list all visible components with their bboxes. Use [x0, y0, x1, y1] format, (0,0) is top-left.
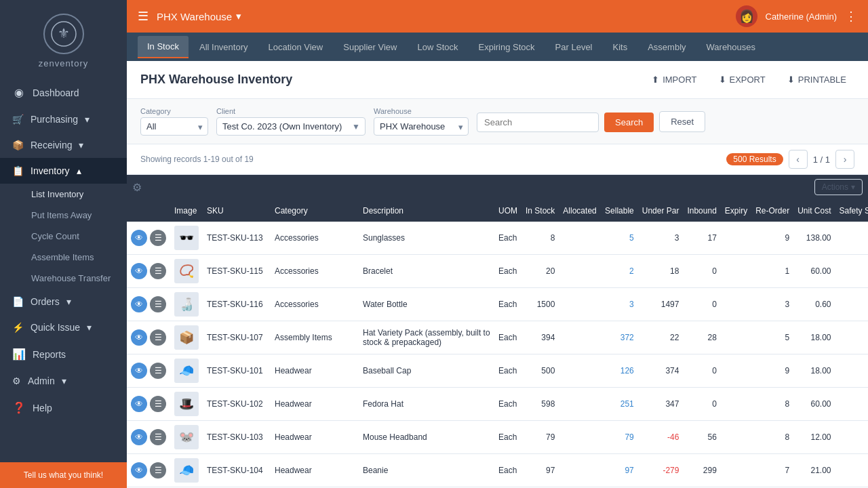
view-icon[interactable]: 👁	[131, 462, 147, 479]
tab-expiring-stock[interactable]: Expiring Stock	[469, 37, 544, 58]
list-icon[interactable]: ☰	[150, 296, 166, 312]
sidebar-item-quick-issue[interactable]: ⚡ Quick Issue ▾	[0, 314, 127, 340]
more-options-button[interactable]: ⋮	[845, 9, 857, 24]
view-icon[interactable]: 👁	[131, 329, 147, 346]
category-select[interactable]: All	[140, 117, 208, 136]
topbar: ☰ PHX Warehouse ▾ 👩 Catherine (Admin) ⋮	[127, 0, 868, 33]
actions-button[interactable]: Actions ▾	[814, 179, 863, 195]
sidebar-item-help[interactable]: ❓ Help	[0, 394, 127, 422]
search-button[interactable]: Search	[604, 113, 654, 132]
sidebar-item-orders[interactable]: 📄 Orders ▾	[0, 289, 127, 314]
view-icon[interactable]: 👁	[131, 363, 147, 379]
sellable-link[interactable]: 2	[629, 266, 634, 276]
list-icon[interactable]: ☰	[150, 396, 166, 412]
row-safety-stock-cell: 0	[835, 388, 868, 421]
printable-button[interactable]: ⬇ PRINTABLE	[779, 70, 854, 89]
row-actions-cell: 👁 ☰	[127, 454, 170, 487]
gear-icon[interactable]: ⚙	[132, 181, 142, 194]
row-image-cell: 📿	[170, 255, 203, 288]
row-sku-cell: TEST-SKU-104	[203, 454, 271, 487]
sidebar-item-purchasing[interactable]: 🛒 Purchasing ▾	[0, 106, 127, 132]
chevron-down-icon: ▾	[851, 182, 855, 192]
tab-kits[interactable]: Kits	[604, 37, 637, 58]
list-icon[interactable]: ☰	[150, 363, 166, 379]
sidebar-item-receiving[interactable]: 📦 Receiving ▾	[0, 132, 127, 158]
list-icon[interactable]: ☰	[150, 429, 166, 445]
funnel-icon: ▼	[352, 122, 360, 131]
row-safety-stock-cell: 0	[835, 454, 868, 487]
client-filter-group: Client ▼	[216, 107, 366, 136]
view-icon[interactable]: 👁	[131, 263, 147, 279]
row-expiry-cell	[721, 421, 751, 454]
topbar-right: 👩 Catherine (Admin) ⋮	[736, 5, 858, 27]
warehouse-selector[interactable]: PHX Warehouse ▾	[157, 10, 241, 22]
purchasing-icon: 🛒	[12, 114, 24, 125]
menu-toggle-button[interactable]: ☰	[138, 9, 149, 24]
row-allocated-cell	[559, 388, 600, 421]
tab-supplier-view[interactable]: Supplier View	[334, 37, 406, 58]
list-icon[interactable]: ☰	[150, 230, 166, 246]
export-button[interactable]: ⬇ EXPORT	[711, 70, 774, 89]
row-safety-stock-cell: 0	[835, 288, 868, 321]
tab-location-view[interactable]: Location View	[259, 37, 333, 58]
list-icon[interactable]: ☰	[150, 263, 166, 279]
import-icon: ⬆	[652, 75, 659, 85]
tab-assembly[interactable]: Assembly	[638, 37, 695, 58]
sidebar-item-assemble-items[interactable]: Assemble Items	[0, 247, 127, 268]
row-inbound-cell: 56	[683, 421, 720, 454]
sidebar-item-list-inventory[interactable]: List Inventory	[0, 184, 127, 205]
sellable-link[interactable]: 5	[629, 233, 634, 243]
next-page-button[interactable]: ›	[835, 150, 854, 169]
view-icon[interactable]: 👁	[131, 396, 147, 412]
view-icon[interactable]: 👁	[131, 296, 147, 312]
row-category-cell: Assembly Items	[271, 321, 359, 354]
row-allocated-cell	[559, 222, 600, 255]
row-sellable-cell: 2	[601, 255, 638, 288]
tab-in-stock[interactable]: In Stock	[138, 36, 189, 58]
sidebar-item-cycle-count[interactable]: Cycle Count	[0, 226, 127, 247]
row-unit-cost-cell: 0.60	[793, 288, 835, 321]
feedback-button[interactable]: Tell us what you think!	[0, 462, 127, 488]
import-button[interactable]: ⬆ IMPORT	[644, 70, 705, 89]
table-top-row: ⚙ Actions ▾	[127, 175, 868, 199]
sidebar-item-admin[interactable]: ⚙ Admin ▾	[0, 368, 127, 394]
row-description-cell: Beanie	[359, 454, 494, 487]
sidebar-item-inventory[interactable]: 📋 Inventory ▴	[0, 158, 127, 184]
view-icon[interactable]: 👁	[131, 230, 147, 246]
tab-par-level[interactable]: Par Level	[546, 37, 602, 58]
col-sellable-header: Sellable	[601, 199, 638, 222]
tab-low-stock[interactable]: Low Stock	[408, 37, 468, 58]
tab-all-inventory[interactable]: All Inventory	[190, 37, 258, 58]
row-sellable-cell: 3	[601, 288, 638, 321]
row-category-cell: Accessories	[271, 288, 359, 321]
sellable-link[interactable]: 126	[620, 366, 634, 375]
col-inbound-header: Inbound	[683, 199, 720, 222]
view-icon[interactable]: 👁	[131, 429, 147, 445]
warehouse-select[interactable]: PHX Warehouse	[374, 117, 469, 136]
sidebar-item-put-items-away[interactable]: Put Items Away	[0, 205, 127, 226]
sidebar-item-label: Admin	[28, 375, 55, 386]
sellable-link[interactable]: 251	[620, 399, 634, 409]
list-icon[interactable]: ☰	[150, 329, 166, 346]
tab-warehouses[interactable]: Warehouses	[697, 37, 766, 58]
sidebar-item-dashboard[interactable]: ◉ Dashboard	[0, 79, 127, 106]
row-sellable-cell: 79	[601, 421, 638, 454]
reset-button[interactable]: Reset	[659, 111, 705, 132]
sellable-link[interactable]: 97	[625, 466, 633, 475]
row-description-cell: Fedora Hat	[359, 388, 494, 421]
row-category-cell: Headwear	[271, 421, 359, 454]
row-actions-cell: 👁 ☰	[127, 388, 170, 421]
sellable-link[interactable]: 372	[620, 333, 634, 342]
search-input[interactable]	[477, 113, 599, 132]
prev-page-button[interactable]: ‹	[789, 150, 808, 169]
client-input[interactable]	[216, 117, 366, 136]
row-sellable-cell: 5	[601, 222, 638, 255]
sidebar-item-warehouse-transfer[interactable]: Warehouse Transfer	[0, 268, 127, 289]
list-icon[interactable]: ☰	[150, 462, 166, 479]
sidebar-item-reports[interactable]: 📊 Reports	[0, 340, 127, 368]
content-area: PHX Warehouse Inventory ⬆ IMPORT ⬇ EXPOR…	[127, 61, 868, 488]
sellable-link[interactable]: 3	[629, 300, 634, 309]
row-under-par-cell: -46	[638, 421, 684, 454]
row-unit-cost-cell: 60.00	[793, 388, 835, 421]
sellable-link[interactable]: 79	[625, 432, 633, 442]
